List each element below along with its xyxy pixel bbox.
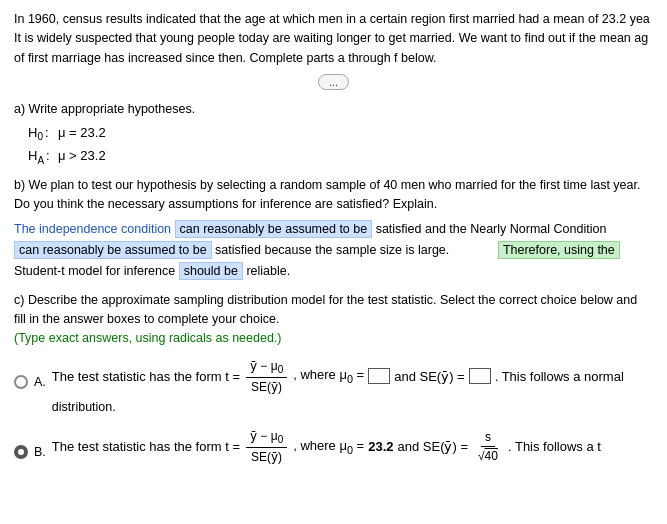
options-block: A. The test statistic has the form t = ȳ… xyxy=(14,357,653,469)
condition2-suffix: Therefore, using the xyxy=(498,241,620,259)
option-a-mu-box[interactable] xyxy=(368,368,390,384)
condition2-highlight: can reasonably be assumed to be xyxy=(14,241,212,259)
hypothesis-block: H0: μ = 23.2 HA: μ > 23.2 xyxy=(28,123,653,168)
option-b-fraction: ȳ − μ0 SE(ȳ) xyxy=(246,427,287,466)
h0-label: H0: xyxy=(28,123,58,145)
part-a-label: a) Write appropriate hypotheses. xyxy=(14,100,653,119)
option-b-radio[interactable] xyxy=(14,445,28,459)
part-b-label: b) We plan to test our hypothesis by sel… xyxy=(14,176,653,215)
option-b-content: The test statistic has the form t = ȳ − … xyxy=(52,427,653,468)
part-a-section: a) Write appropriate hypotheses. H0: μ =… xyxy=(14,100,653,168)
intro-line3: of first marriage has increased since th… xyxy=(14,51,436,65)
option-b-letter: B. xyxy=(34,443,46,462)
condition2-mid: satisfied because xyxy=(215,243,312,257)
condition1-pre: The independence condition xyxy=(14,222,171,236)
intro-line2: It is widely suspected that young people… xyxy=(14,31,648,45)
condition1-end: satisfied and the Nearly Normal Conditio… xyxy=(376,222,607,236)
intro-paragraph: In 1960, census results indicated that t… xyxy=(14,10,653,68)
intro-line1: In 1960, census results indicated that t… xyxy=(14,12,650,26)
option-a-row: A. The test statistic has the form t = ȳ… xyxy=(14,357,653,417)
option-b-formula-line: The test statistic has the form t = ȳ − … xyxy=(52,427,653,466)
option-a-formula-line: The test statistic has the form t = ȳ − … xyxy=(52,357,653,396)
option-b-suffix: . This follows a t xyxy=(508,437,601,457)
ellipsis-section: ... xyxy=(14,74,653,90)
option-a-radio[interactable] xyxy=(14,375,28,389)
ha-value: μ > 23.2 xyxy=(58,146,106,166)
option-b-and: and SE(ȳ) = xyxy=(397,437,468,457)
condition3-end: reliable. xyxy=(246,264,290,278)
part-c-section: c) Describe the approximate sampling dis… xyxy=(14,291,653,469)
option-b-se-denominator: √40 xyxy=(474,447,502,465)
option-a-denominator: SE(ȳ) xyxy=(247,378,286,396)
option-a-numerator: ȳ − μ0 xyxy=(246,357,287,378)
part-b-section: b) We plan to test our hypothesis by sel… xyxy=(14,176,653,283)
part-c-line1: c) Describe the approximate sampling dis… xyxy=(14,293,637,307)
condition-block: The independence condition can reasonabl… xyxy=(14,219,653,283)
ha-line: HA: μ > 23.2 xyxy=(28,146,653,168)
part-c-label: c) Describe the approximate sampling dis… xyxy=(14,291,653,349)
option-b-where: , where μ0 = xyxy=(293,436,364,458)
option-a-suffix: . This follows a normal xyxy=(495,367,624,387)
option-b-se-fraction: s √40 xyxy=(474,428,502,465)
option-b-denominator: SE(ȳ) xyxy=(247,448,286,466)
h0-line: H0: μ = 23.2 xyxy=(28,123,653,145)
option-a-fraction: ȳ − μ0 SE(ȳ) xyxy=(246,357,287,396)
option-a-desc: The test statistic has the form t = xyxy=(52,367,240,387)
option-a-where: , where μ0 = xyxy=(293,365,364,387)
condition3-highlight: should be xyxy=(179,262,243,280)
part-c-line3: (Type exact answers, using radicals as n… xyxy=(14,331,282,345)
ha-label: HA: xyxy=(28,146,58,168)
part-c-line2: fill in the answer boxes to complete you… xyxy=(14,312,279,326)
condition3-pre: Student-t model for inference xyxy=(14,264,175,278)
option-b-mu-value: 23.2 xyxy=(368,437,393,457)
condition1-highlight: can reasonably be assumed to be xyxy=(175,220,373,238)
option-a-se-box[interactable] xyxy=(469,368,491,384)
option-a-content: The test statistic has the form t = ȳ − … xyxy=(52,357,653,417)
option-b-se-numerator: s xyxy=(481,428,495,447)
option-a-letter: A. xyxy=(34,373,46,392)
condition2-text: the sample size is large. xyxy=(315,243,449,257)
option-b-row: B. The test statistic has the form t = ȳ… xyxy=(14,427,653,468)
option-a-dist: distribution. xyxy=(52,398,653,417)
option-a-and: and SE(ȳ) = xyxy=(394,367,465,387)
part-b-line2: Do you think the necessary assumptions f… xyxy=(14,197,437,211)
option-b-desc: The test statistic has the form t = xyxy=(52,437,240,457)
ellipsis-button[interactable]: ... xyxy=(318,74,349,90)
part-b-line1: b) We plan to test our hypothesis by sel… xyxy=(14,178,640,192)
h0-value: μ = 23.2 xyxy=(58,123,106,143)
option-b-numerator: ȳ − μ0 xyxy=(246,427,287,448)
